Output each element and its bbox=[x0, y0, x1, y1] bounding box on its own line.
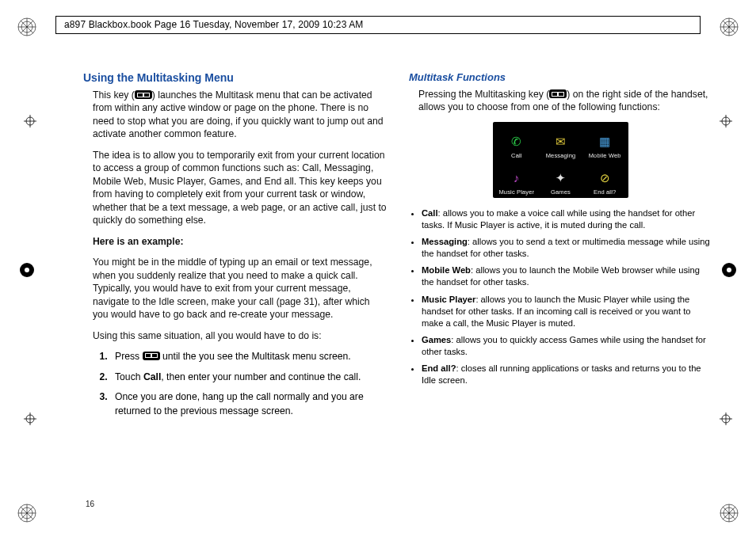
menu-label: End all? bbox=[594, 188, 616, 196]
text: This key ( bbox=[93, 89, 135, 101]
left-column: Using the Multitasking Menu This key () … bbox=[83, 71, 387, 492]
cropmark-star-icon bbox=[718, 16, 740, 38]
cropmark-star-icon bbox=[718, 502, 740, 524]
paragraph: Using this same situation, all you would… bbox=[93, 329, 387, 342]
menu-cell-messaging: ✉Messaging bbox=[540, 124, 582, 159]
right-column: Multitask Functions Pressing the Multita… bbox=[409, 71, 712, 492]
multitask-key-icon bbox=[143, 352, 160, 360]
function-item: Mobile Web: allows you to launch the Mob… bbox=[422, 264, 712, 288]
subsection-heading: Multitask Functions bbox=[409, 71, 712, 83]
function-name: Messaging bbox=[422, 237, 468, 246]
function-desc: : allows you to quickly access Games whi… bbox=[422, 335, 706, 356]
function-name: End all? bbox=[422, 363, 456, 373]
cropmark-star-icon bbox=[16, 16, 38, 38]
menu-cell-music: ♪Music Player bbox=[495, 161, 538, 196]
function-item: Call: allows you to make a voice call wh… bbox=[422, 207, 712, 231]
functions-list: Call: allows you to make a voice call wh… bbox=[410, 207, 712, 386]
step-item: Touch Call, then enter your number and c… bbox=[110, 371, 387, 385]
cropmark-cross-icon bbox=[720, 413, 732, 425]
multitask-menu-graphic: ✆Call ✉Messaging ▦Mobile Web ♪Music Play… bbox=[493, 122, 628, 198]
function-name: Call bbox=[422, 208, 438, 218]
music-note-icon: ♪ bbox=[508, 169, 525, 187]
function-desc: : allows you to make a voice call while … bbox=[422, 208, 695, 230]
function-desc: : closes all running applications or tas… bbox=[422, 363, 701, 385]
step-item: Once you are done, hang up the call norm… bbox=[110, 390, 387, 418]
menu-cell-call: ✆Call bbox=[495, 124, 538, 159]
text: Press bbox=[115, 351, 143, 362]
function-name: Music Player bbox=[422, 295, 475, 304]
cropmark-cross-icon bbox=[24, 413, 36, 425]
menu-label: Mobile Web bbox=[589, 152, 621, 159]
paragraph: Pressing the Multitasking key () on the … bbox=[418, 88, 712, 114]
phone-icon: ✆ bbox=[508, 133, 525, 150]
menu-label: Music Player bbox=[498, 188, 534, 196]
multitask-key-icon bbox=[135, 90, 152, 99]
end-all-icon: ⊘ bbox=[596, 169, 613, 187]
frame-header: a897 Blackbox.book Page 16 Tuesday, Nove… bbox=[55, 16, 701, 34]
paragraph: The idea is to allow you to temporarily … bbox=[93, 149, 387, 227]
function-name: Games bbox=[422, 335, 451, 344]
text: , then enter your number and continue th… bbox=[161, 371, 361, 382]
menu-label: Games bbox=[551, 188, 571, 196]
page-content: Using the Multitasking Menu This key () … bbox=[83, 71, 712, 492]
step-item: Press until the you see the Multitask me… bbox=[110, 350, 387, 364]
paragraph: You might be in the middle of typing up … bbox=[93, 256, 387, 321]
function-item: Messaging: allows you to send a text or … bbox=[422, 236, 712, 260]
menu-cell-mobile-web: ▦Mobile Web bbox=[583, 124, 626, 159]
games-icon: ✦ bbox=[552, 169, 569, 187]
svg-point-7 bbox=[727, 268, 731, 272]
section-heading: Using the Multitasking Menu bbox=[83, 71, 387, 84]
text: Call bbox=[143, 371, 161, 382]
envelope-icon: ✉ bbox=[552, 133, 569, 150]
page-number: 16 bbox=[86, 500, 94, 508]
multitask-key-icon bbox=[549, 89, 567, 98]
cropmark-disc-icon bbox=[16, 259, 38, 281]
cropmark-disc-icon bbox=[718, 259, 740, 281]
example-label: Here is an example: bbox=[93, 235, 387, 248]
menu-cell-games: ✦Games bbox=[540, 161, 582, 196]
text: Pressing the Multitasking key ( bbox=[418, 89, 549, 100]
menu-label: Call bbox=[511, 152, 522, 159]
cropmark-cross-icon bbox=[720, 115, 732, 127]
browser-icon: ▦ bbox=[596, 133, 613, 150]
cropmark-star-icon bbox=[16, 502, 38, 524]
text: until the you see the Multitask menu scr… bbox=[160, 351, 351, 362]
paragraph: This key () launches the Multitask menu … bbox=[93, 89, 387, 141]
steps-list: Press until the you see the Multitask me… bbox=[93, 350, 387, 419]
svg-point-5 bbox=[25, 268, 29, 272]
menu-cell-end-all: ⊘End all? bbox=[583, 161, 626, 196]
function-name: Mobile Web bbox=[422, 265, 471, 275]
function-item: Games: allows you to quickly access Game… bbox=[422, 334, 712, 358]
function-item: End all?: closes all running application… bbox=[422, 363, 712, 386]
function-item: Music Player: allows you to launch the M… bbox=[422, 294, 712, 329]
text: Touch bbox=[115, 371, 143, 382]
cropmark-cross-icon bbox=[24, 115, 36, 127]
menu-label: Messaging bbox=[546, 152, 576, 159]
